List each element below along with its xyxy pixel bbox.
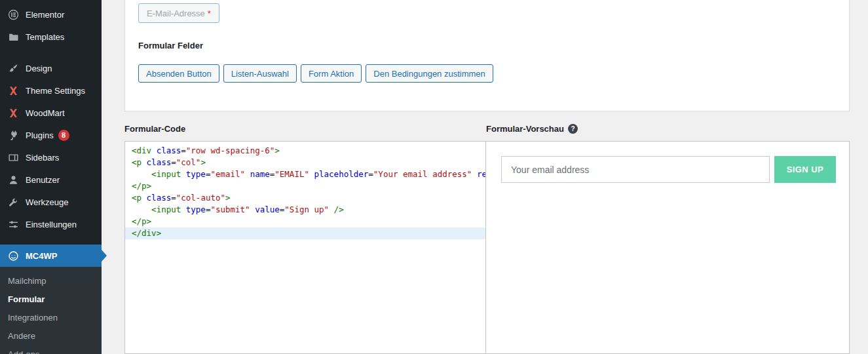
sidebar-item-einstellungen[interactable]: Einstellungen xyxy=(0,213,102,235)
sidebar-item-label: Templates xyxy=(26,32,64,42)
field-button-den-bedingungen-zustimmen[interactable]: Den Bedingungen zustimmen xyxy=(366,64,493,83)
sidebar-item-label: WoodMart xyxy=(26,108,65,118)
sidebar-subitem-formular[interactable]: Formular xyxy=(0,290,102,308)
code-label-wrap: Formular-Code xyxy=(124,124,486,134)
active-menu-arrow xyxy=(102,250,107,262)
form-code-editor[interactable]: <div class="row wd-spacing-6"><p class="… xyxy=(124,141,486,354)
preview-label-wrap: Formular-Vorschau ? xyxy=(486,124,850,134)
wordpress-admin: ElementorTemplatesDesignTheme SettingsWo… xyxy=(0,0,868,354)
email-field-label: E-Mail-Adresse xyxy=(147,9,205,18)
form-preview-panel: SIGN UP xyxy=(486,141,850,354)
code-line: <p class="col"> xyxy=(125,157,485,168)
sidebar-item-elementor[interactable]: Elementor xyxy=(0,3,102,26)
panels-labels: Formular-Code Formular-Vorschau ? xyxy=(124,123,850,134)
woodmart-icon xyxy=(7,106,20,119)
users-icon xyxy=(7,173,20,186)
sidebar-item-label: Elementor xyxy=(26,10,64,20)
sidebar-item-werkzeuge[interactable]: Werkzeuge xyxy=(0,191,102,213)
form-code-label: Formular-Code xyxy=(124,124,185,134)
sidebar-item-benutzer[interactable]: Benutzer xyxy=(0,168,102,191)
form-preview-label: Formular-Vorschau xyxy=(486,124,564,134)
sidebar-item-label: Werkzeuge xyxy=(26,197,69,207)
sidebar-subitem-add-ons[interactable]: Add-ons xyxy=(0,345,102,354)
sidebar-item-mc4wp[interactable]: MC4WP xyxy=(0,245,102,267)
elementor-icon xyxy=(7,8,20,21)
code-line: <input type="submit" value="Sign up" /> xyxy=(125,204,485,216)
field-button-listen-auswahl[interactable]: Listen-Auswahl xyxy=(223,64,297,83)
update-count-badge: 8 xyxy=(58,130,69,141)
sidebar-item-woodmart[interactable]: WoodMart xyxy=(0,102,102,124)
design-icon xyxy=(7,62,20,75)
admin-sidebar: ElementorTemplatesDesignTheme SettingsWo… xyxy=(0,0,102,354)
sidebar-item-theme-settings[interactable]: Theme Settings xyxy=(0,79,102,102)
sidebar-item-sidebars[interactable]: Sidebars xyxy=(0,146,102,168)
code-line: <p class="col-auto"> xyxy=(125,192,485,204)
sidebar-item-label: Benutzer xyxy=(26,175,60,185)
code-line: </div> xyxy=(125,227,485,239)
preview-signup-button[interactable]: SIGN UP xyxy=(774,156,836,183)
sidebar-item-label: Sidebars xyxy=(26,153,59,163)
sidebar-subitem-integrationen[interactable]: Integrationen xyxy=(0,308,102,326)
mc4wp-submenu: MailchimpFormularIntegrationenAndereAdd-… xyxy=(0,267,102,354)
field-button-form-aktion[interactable]: Form Aktion xyxy=(301,64,362,83)
preview-email-input[interactable] xyxy=(501,156,770,183)
settings-icon xyxy=(7,218,20,231)
admin-menu: ElementorTemplatesDesignTheme SettingsWo… xyxy=(0,3,102,267)
menu-separator xyxy=(0,48,102,57)
preview-form: SIGN UP xyxy=(501,156,836,183)
sidebar-item-plugins[interactable]: Plugins8 xyxy=(0,124,102,146)
help-icon[interactable]: ? xyxy=(568,124,578,134)
sidebar-item-label: MC4WP xyxy=(26,251,57,261)
templates-icon xyxy=(7,30,20,43)
sidebar-item-label: Theme Settings xyxy=(26,86,85,96)
sidebar-subitem-mailchimp[interactable]: Mailchimp xyxy=(0,271,102,290)
plugins-icon xyxy=(7,128,20,142)
menu-separator xyxy=(0,235,102,245)
panels: <div class="row wd-spacing-6"><p class="… xyxy=(124,141,850,354)
form-builder-card: E-Mail-Adresse * Formular Felder Absende… xyxy=(124,0,850,111)
main-content: E-Mail-Adresse * Formular Felder Absende… xyxy=(102,0,868,354)
code-line: <input type="email" name="EMAIL" placeho… xyxy=(125,168,485,180)
tools-icon xyxy=(7,195,20,208)
code-line: <div class="row wd-spacing-6"> xyxy=(125,145,485,157)
sidebar-item-design[interactable]: Design xyxy=(0,57,102,79)
code-line: </p> xyxy=(125,216,485,227)
sidebar-item-label: Design xyxy=(26,64,52,73)
field-buttons-row: Absenden ButtonListen-AuswahlForm Aktion… xyxy=(138,64,836,83)
form-fields-heading: Formular Felder xyxy=(138,41,836,50)
sidebar-item-templates[interactable]: Templates xyxy=(0,26,102,48)
field-button-absenden-button[interactable]: Absenden Button xyxy=(138,64,219,83)
code-line: </p> xyxy=(125,180,485,192)
sidebars-icon xyxy=(7,151,20,164)
required-asterisk: * xyxy=(208,9,211,18)
sidebar-item-label: Plugins xyxy=(26,130,54,140)
sidebar-subitem-andere[interactable]: Andere xyxy=(0,326,102,345)
mc4wp-icon xyxy=(7,249,20,262)
sidebar-item-label: Einstellungen xyxy=(26,220,77,229)
theme-settings-icon xyxy=(7,84,20,97)
email-address-field-button[interactable]: E-Mail-Adresse * xyxy=(138,3,219,23)
